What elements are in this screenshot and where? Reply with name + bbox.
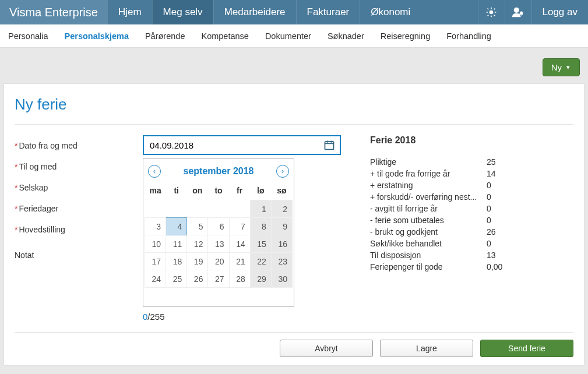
calendar-day[interactable]: 13 <box>208 235 229 253</box>
nav-hjem[interactable]: Hjem <box>107 0 152 24</box>
chevron-down-icon: ▾ <box>566 63 570 71</box>
summary-heading: Ferie 2018 <box>370 135 573 146</box>
calendar-month-label: september 2018 <box>184 166 254 177</box>
calendar-day[interactable]: 1 <box>250 200 271 218</box>
svg-point-2 <box>520 12 523 15</box>
subnav-personalskjema[interactable]: Personalskjema <box>65 31 129 41</box>
date-from-field[interactable] <box>143 135 341 155</box>
summary-row: Til disposisjon13 <box>370 249 573 261</box>
calendar-dow: ma <box>145 182 166 200</box>
calendar-day[interactable]: 17 <box>145 253 166 270</box>
calendar-day[interactable]: 4 <box>166 218 187 235</box>
calendar-icon[interactable] <box>320 136 339 154</box>
calendar-day[interactable]: 28 <box>229 270 250 288</box>
nav-medarbeidere[interactable]: Medarbeidere <box>213 0 296 24</box>
calendar-day[interactable]: 15 <box>250 235 271 253</box>
calendar-dow: lø <box>250 182 271 200</box>
calendar-dow: on <box>187 182 208 200</box>
calendar-day[interactable]: 3 <box>145 218 166 235</box>
note-counter: 0/255 <box>143 312 341 322</box>
calendar-day[interactable]: 19 <box>187 253 208 270</box>
label-note: Notat <box>15 245 131 266</box>
save-button[interactable]: Lagre <box>380 340 473 357</box>
calendar-dow: sø <box>271 182 292 200</box>
calendar-day[interactable]: 7 <box>229 218 250 235</box>
brand: Visma Enterprise <box>0 0 107 24</box>
summary-row: - ferie som utbetales0 <box>370 214 573 226</box>
svg-point-1 <box>515 8 519 12</box>
svg-rect-3 <box>325 142 334 149</box>
page-title: Ny ferie <box>15 96 573 114</box>
svg-point-0 <box>490 11 493 14</box>
summary-row: + til gode fra forrige år14 <box>370 168 573 179</box>
calendar-day[interactable]: 27 <box>208 270 229 288</box>
calendar-dow: ti <box>166 182 187 200</box>
calendar-day[interactable]: 11 <box>166 235 187 253</box>
summary-row: + erstatning0 <box>370 179 573 191</box>
prev-month-button[interactable]: ‹ <box>148 165 161 178</box>
calendar-day[interactable]: 5 <box>187 218 208 235</box>
subnav-dokumenter[interactable]: Dokumenter <box>265 31 311 41</box>
calendar-day[interactable]: 25 <box>166 270 187 288</box>
calendar-day[interactable]: 6 <box>208 218 229 235</box>
subnav-reiseregning[interactable]: Reiseregning <box>381 31 430 41</box>
calendar-day[interactable]: 23 <box>271 253 292 270</box>
calendar-popup: ‹ september 2018 › mationtofrløsø 123456… <box>143 158 294 307</box>
calendar-dow: to <box>208 182 229 200</box>
calendar-day[interactable]: 9 <box>271 218 292 235</box>
new-button[interactable]: Ny ▾ <box>543 58 580 76</box>
subnav-forhandling[interactable]: Forhandling <box>446 31 491 41</box>
new-button-label: Ny <box>551 62 562 72</box>
calendar-day[interactable]: 30 <box>271 270 292 288</box>
settings-icon[interactable] <box>478 0 505 24</box>
send-button[interactable]: Send ferie <box>480 340 573 357</box>
subnav-personalia[interactable]: Personalia <box>8 31 48 41</box>
calendar-day[interactable]: 16 <box>271 235 292 253</box>
nav-fakturaer[interactable]: Fakturaer <box>296 0 360 24</box>
calendar-day[interactable]: 14 <box>229 235 250 253</box>
calendar-day[interactable]: 24 <box>145 270 166 288</box>
label-vac-days: *Feriedager <box>15 198 131 219</box>
calendar-day[interactable]: 12 <box>187 235 208 253</box>
label-date-from: *Dato fra og med <box>15 135 131 156</box>
summary-row: Pliktige25 <box>370 156 573 168</box>
summary-row: Søkt/ikke behandlet0 <box>370 238 573 249</box>
calendar-day[interactable]: 20 <box>208 253 229 270</box>
calendar-day[interactable]: 26 <box>187 270 208 288</box>
summary-row: + forskudd/- overføring nest...0 <box>370 191 573 203</box>
summary-row: - avgitt til forrige år0 <box>370 203 573 214</box>
logoff-link[interactable]: Logg av <box>531 0 589 24</box>
date-from-input[interactable] <box>144 140 320 150</box>
nav-meg-selv[interactable]: Meg selv <box>152 0 213 24</box>
calendar-day[interactable]: 10 <box>145 235 166 253</box>
label-company: *Selskap <box>15 177 131 198</box>
summary-row: - brukt og godkjent26 <box>370 226 573 238</box>
calendar-day[interactable]: 21 <box>229 253 250 270</box>
cancel-button[interactable]: Avbryt <box>280 340 373 357</box>
calendar-day[interactable]: 18 <box>166 253 187 270</box>
subnav-kompetanse[interactable]: Kompetanse <box>201 31 248 41</box>
calendar-day[interactable]: 22 <box>250 253 271 270</box>
label-main-pos: *Hovedstilling <box>15 219 131 240</box>
next-month-button[interactable]: › <box>276 165 289 178</box>
subnav-søknader[interactable]: Søknader <box>328 31 364 41</box>
calendar-dow: fr <box>229 182 250 200</box>
nav-økonomi[interactable]: Økonomi <box>360 0 421 24</box>
calendar-day[interactable]: 8 <box>250 218 271 235</box>
subnav-pårørende[interactable]: Pårørende <box>145 31 185 41</box>
label-date-to: *Til og med <box>15 156 131 177</box>
summary-row: Feriepenger til gode0,00 <box>370 261 573 273</box>
calendar-day[interactable]: 29 <box>250 270 271 288</box>
admin-user-icon[interactable] <box>505 0 531 24</box>
calendar-day[interactable]: 2 <box>271 200 292 218</box>
